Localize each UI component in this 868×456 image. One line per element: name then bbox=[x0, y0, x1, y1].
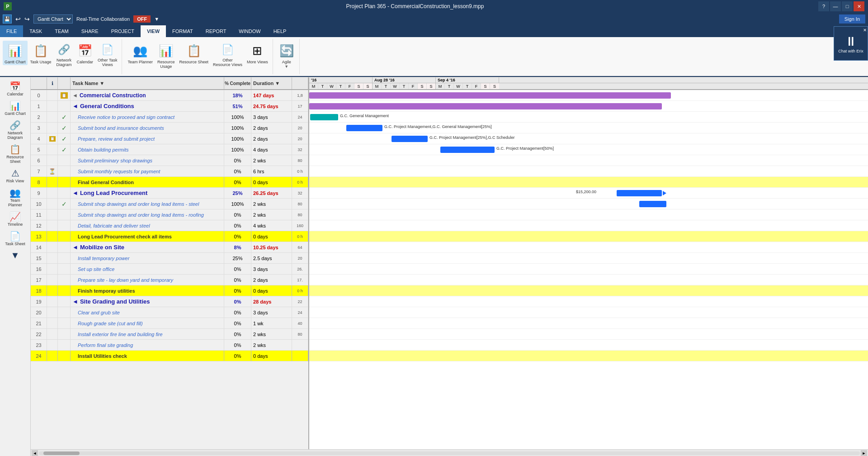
sidebar-item-network[interactable]: 🔗 Network Diagram bbox=[1, 118, 29, 142]
table-row[interactable]: 24 Install Utilities check 0% 0 days bbox=[31, 351, 308, 361]
task-name-23[interactable]: Perform final site grading bbox=[71, 340, 224, 350]
task-name-17[interactable]: Prepare site - lay down yard and tempora… bbox=[71, 275, 224, 285]
help-btn[interactable]: ? bbox=[818, 1, 829, 11]
table-row[interactable]: 21 Rough grade site (cut and fill) 0% 1 … bbox=[31, 318, 308, 329]
other-task-views-btn[interactable]: 📄 Other TaskViews bbox=[96, 41, 119, 68]
other-resource-views-btn[interactable]: 📄 OtherResource Views bbox=[211, 41, 244, 68]
table-row[interactable]: 2 ✓ Receive notice to proceed and sign c… bbox=[31, 112, 308, 123]
th-pct[interactable]: % Complete bbox=[224, 77, 251, 89]
table-row[interactable]: 18 Finish temporay utilities 0% 0 days 0… bbox=[31, 285, 308, 296]
calendar-btn[interactable]: 📅 Calendar bbox=[75, 41, 95, 65]
resource-sheet-btn[interactable]: 📋 Resource Sheet bbox=[178, 41, 211, 65]
task-name-2[interactable]: Receive notice to proceed and sign contr… bbox=[71, 112, 224, 122]
sidebar-item-risk[interactable]: ⚠ Risk View bbox=[1, 166, 29, 185]
task-name-21[interactable]: Rough grade site (cut and fill) bbox=[71, 318, 224, 328]
task-name-16[interactable]: Set up site office bbox=[71, 264, 224, 274]
table-row[interactable]: 11 Submit shop drawings and order long l… bbox=[31, 209, 308, 220]
task-name-7[interactable]: Submit monthly requests for payment bbox=[71, 166, 224, 176]
undo-btn[interactable]: ↩ bbox=[15, 15, 21, 23]
table-row[interactable]: 15 Install temporary power 25% 2.5 days … bbox=[31, 253, 308, 264]
table-row[interactable]: 20 Clear and grub site 0% 3 days 24 bbox=[31, 307, 308, 318]
task-name-3[interactable]: Submit bond and insurance documents bbox=[71, 123, 224, 133]
task-name-8[interactable]: Final General Condition bbox=[71, 177, 224, 187]
maximize-btn[interactable]: □ bbox=[842, 1, 853, 11]
task-name-5[interactable]: Obtain building permits bbox=[71, 144, 224, 155]
task-name-24[interactable]: Install Utilities check bbox=[71, 351, 224, 361]
table-row[interactable]: 17 Prepare site - lay down yard and temp… bbox=[31, 275, 308, 285]
tab-file[interactable]: FILE bbox=[0, 25, 23, 37]
sidebar-item-timeline[interactable]: 📈 Timeline bbox=[1, 209, 29, 228]
scroll-thumb[interactable] bbox=[43, 451, 80, 455]
task-name-9[interactable]: ◄Long Lead Procurement bbox=[71, 188, 224, 198]
sidebar-item-gantt[interactable]: 📊 Gantt Chart bbox=[1, 99, 29, 118]
task-name-6[interactable]: Submit preliminary shop drawings bbox=[71, 155, 224, 166]
table-row[interactable]: 3 ✓ Submit bond and insurance documents … bbox=[31, 123, 308, 133]
table-row[interactable]: 13 Long Lead Procurement check all items… bbox=[31, 231, 308, 242]
task-name-19[interactable]: ◄Site Grading and Utilities bbox=[71, 296, 224, 307]
table-row[interactable]: 7 ⏳ Submit monthly requests for payment … bbox=[31, 166, 308, 177]
horizontal-scrollbar[interactable]: ◄ ► bbox=[31, 449, 868, 456]
signin-btn[interactable]: Sign In bbox=[839, 14, 865, 24]
close-btn[interactable]: ✕ bbox=[854, 1, 864, 11]
task-name-22[interactable]: Install exterior fire line and building … bbox=[71, 329, 224, 339]
tab-help[interactable]: HELP bbox=[267, 25, 293, 37]
collab-arrow[interactable]: ▼ bbox=[154, 16, 159, 22]
collab-status[interactable]: OFF bbox=[133, 15, 151, 23]
th-name[interactable]: Task Name ▼ bbox=[71, 77, 224, 89]
tab-task[interactable]: TASK bbox=[23, 25, 48, 37]
sidebar-item-resource-sheet[interactable]: 📋 Resource Sheet bbox=[1, 142, 29, 166]
agile-btn[interactable]: 🔄 Agile ▼ bbox=[277, 41, 297, 70]
table-row[interactable]: 14 ◄Mobilize on Site 8% 10.25 days 64 bbox=[31, 242, 308, 253]
task-name[interactable]: ◄Commercial Construction bbox=[71, 90, 224, 100]
tab-view[interactable]: VIEW bbox=[141, 25, 166, 37]
task-name-12[interactable]: Detail, fabricate and deliver steel bbox=[71, 220, 224, 231]
table-row[interactable]: 4 📋 ✓ Prepare, review and submit project… bbox=[31, 133, 308, 144]
scroll-right-btn[interactable]: ► bbox=[861, 450, 867, 456]
table-row[interactable]: 19 ◄Site Grading and Utilities 0% 28 day… bbox=[31, 296, 308, 307]
sidebar-item-task-sheet[interactable]: 📄 Task Sheet bbox=[1, 229, 29, 248]
window-controls[interactable]: ? — □ ✕ bbox=[818, 1, 864, 11]
gantt-chart-btn[interactable]: 📊 Gantt Chart bbox=[3, 41, 28, 65]
minimize-btn[interactable]: — bbox=[830, 1, 841, 11]
table-row[interactable]: 0 📋 ◄Commercial Construction 18% 147 day… bbox=[31, 90, 308, 101]
th-duration[interactable]: Duration ▼ bbox=[251, 77, 292, 89]
task-name-10[interactable]: Submit shop drawings and order long lead… bbox=[71, 199, 224, 209]
save-btn[interactable]: 💾 bbox=[3, 14, 12, 24]
more-views-btn[interactable]: ⊞ More Views bbox=[245, 41, 270, 65]
network-diagram-btn[interactable]: 🔗 NetworkDiagram bbox=[54, 41, 74, 68]
tab-project[interactable]: PROJECT bbox=[105, 25, 141, 37]
task-name-13[interactable]: Long Lead Procurement check all items bbox=[71, 231, 224, 242]
sidebar-more[interactable]: ▼ bbox=[1, 248, 29, 262]
table-row[interactable]: 22 Install exterior fire line and buildi… bbox=[31, 329, 308, 340]
redo-btn[interactable]: ↪ bbox=[24, 15, 30, 23]
scroll-track[interactable] bbox=[39, 451, 860, 455]
resource-usage-btn[interactable]: 📊 ResourceUsage bbox=[156, 41, 177, 70]
table-row[interactable]: 12 Detail, fabricate and deliver steel 0… bbox=[31, 220, 308, 231]
team-planner-btn[interactable]: 👥 Team Planner bbox=[126, 41, 155, 65]
task-name-20[interactable]: Clear and grub site bbox=[71, 307, 224, 318]
chat-close[interactable]: ✕ bbox=[863, 28, 867, 33]
scroll-left-btn[interactable]: ◄ bbox=[32, 450, 38, 456]
sidebar-item-team[interactable]: 👥 Team Planner bbox=[1, 185, 29, 209]
tab-window[interactable]: WINDOW bbox=[232, 25, 267, 37]
tab-report[interactable]: REPORT bbox=[199, 25, 233, 37]
table-row[interactable]: 1 ◄General Conditions 51% 24.75 days 17 bbox=[31, 101, 308, 112]
table-row[interactable]: 5 ✓ Obtain building permits 100% 4 days … bbox=[31, 144, 308, 155]
task-name-15[interactable]: Install temporary power bbox=[71, 253, 224, 263]
table-row[interactable]: 10 ✓ Submit shop drawings and order long… bbox=[31, 199, 308, 209]
table-row[interactable]: 23 Perform final site grading 0% 2 wks bbox=[31, 340, 308, 351]
table-row[interactable]: 8 Final General Condition 0% 0 days 0 h bbox=[31, 177, 308, 188]
chat-widget[interactable]: ⏸ Chat with Erix ✕ bbox=[834, 26, 868, 61]
tab-format[interactable]: FORMAT bbox=[166, 25, 199, 37]
task-name-11[interactable]: Submit shop drawings and order long lead… bbox=[71, 209, 224, 220]
tab-share[interactable]: SHARE bbox=[75, 25, 105, 37]
table-row[interactable]: 6 Submit preliminary shop drawings 0% 2 … bbox=[31, 155, 308, 166]
table-row[interactable]: 9 ◄Long Lead Procurement 25% 26.25 days … bbox=[31, 188, 308, 199]
task-name-4[interactable]: Prepare, review and submit project bbox=[71, 133, 224, 144]
task-usage-btn[interactable]: 📋 Task Usage bbox=[28, 41, 53, 65]
tab-team[interactable]: TEAM bbox=[48, 25, 75, 37]
task-name-18[interactable]: Finish temporay utilities bbox=[71, 285, 224, 296]
view-selector[interactable]: Gantt Chart bbox=[33, 14, 73, 24]
task-name-14[interactable]: ◄Mobilize on Site bbox=[71, 242, 224, 252]
table-row[interactable]: 16 Set up site office 0% 3 days 26. bbox=[31, 264, 308, 275]
